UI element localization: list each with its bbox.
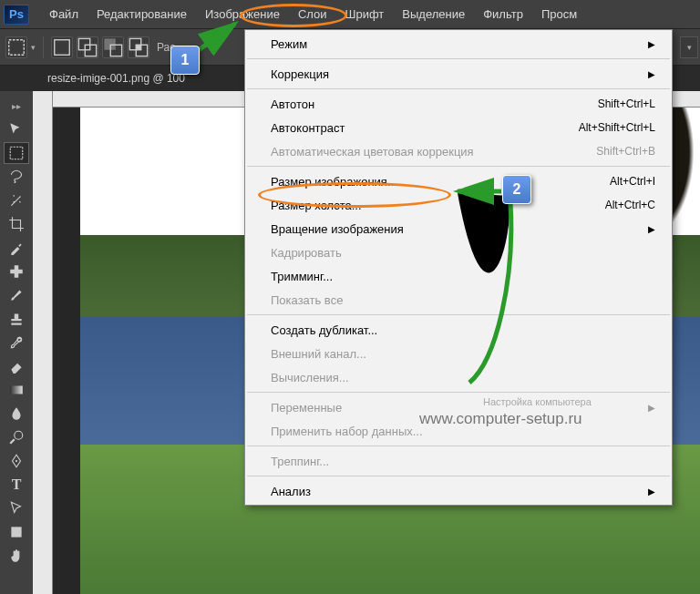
- svg-point-15: [15, 460, 17, 462]
- menu-type[interactable]: Шрифт: [336, 2, 394, 26]
- menu-image-size[interactable]: Размер изображения...Alt+Ctrl+I: [245, 169, 672, 193]
- blur-tool-icon[interactable]: [4, 403, 29, 425]
- svg-rect-9: [10, 147, 23, 159]
- menu-duplicate[interactable]: Создать дубликат...: [245, 318, 672, 342]
- svg-rect-11: [10, 270, 23, 274]
- eraser-tool-icon[interactable]: [4, 355, 29, 377]
- menu-auto-tone[interactable]: АвтотонShift+Ctrl+L: [245, 92, 672, 116]
- watermark-url: www.computer-setup.ru: [419, 410, 582, 428]
- menu-analysis[interactable]: Анализ▶: [245, 479, 672, 503]
- dodge-tool-icon[interactable]: [4, 426, 29, 448]
- app-logo: Ps: [4, 5, 29, 25]
- menu-select[interactable]: Выделение: [393, 2, 474, 26]
- menu-calculations: Вычисления...: [245, 365, 672, 389]
- menu-file[interactable]: Файл: [40, 2, 88, 26]
- gradient-tool-icon[interactable]: [4, 379, 29, 401]
- menu-layer[interactable]: Слои: [289, 2, 336, 26]
- menu-reveal-all: Показать все: [245, 288, 672, 312]
- ruler-vertical: [33, 91, 53, 594]
- callout-badge-2: 2: [502, 175, 531, 204]
- menu-auto-contrast[interactable]: АвтоконтрастAlt+Shift+Ctrl+L: [245, 116, 672, 139]
- menu-canvas-size[interactable]: Размер холста...Alt+Ctrl+C: [245, 193, 672, 217]
- heal-tool-icon[interactable]: [4, 261, 29, 282]
- shape-tool-icon[interactable]: [4, 521, 29, 543]
- menu-view[interactable]: Просм: [532, 2, 586, 26]
- brush-tool-icon[interactable]: [4, 284, 29, 306]
- pen-tool-icon[interactable]: [4, 450, 29, 472]
- watermark-small: Настройка компьютера: [483, 396, 592, 407]
- menu-trap: Треппинг...: [245, 449, 672, 473]
- expand-palette-icon[interactable]: ▸▸: [4, 95, 29, 117]
- selection-new-icon[interactable]: [51, 36, 73, 58]
- move-tool-icon[interactable]: [4, 118, 29, 140]
- tool-palette: ▸▸ T: [0, 91, 33, 594]
- menu-auto-color: Автоматическая цветовая коррекцияShift+C…: [245, 139, 672, 163]
- menu-edit[interactable]: Редактирование: [88, 2, 196, 26]
- svg-point-14: [15, 431, 23, 439]
- menu-adjustments[interactable]: Коррекция▶: [245, 62, 672, 86]
- selection-subtract-icon[interactable]: [102, 36, 124, 58]
- svg-rect-13: [10, 386, 23, 394]
- image-menu-dropdown: Режим▶ Коррекция▶ АвтотонShift+Ctrl+L Ав…: [244, 29, 673, 506]
- selection-intersect-icon[interactable]: [128, 36, 149, 58]
- wand-tool-icon[interactable]: [4, 189, 29, 211]
- stamp-tool-icon[interactable]: [4, 308, 29, 330]
- svg-rect-0: [9, 39, 25, 55]
- right-dropdown-icon[interactable]: ▾: [680, 36, 698, 58]
- callout-badge-1: 1: [170, 46, 200, 75]
- menu-crop: Кадрировать: [245, 241, 672, 264]
- eyedropper-tool-icon[interactable]: [4, 237, 29, 259]
- hand-tool-icon[interactable]: [4, 545, 29, 567]
- menubar: Ps Файл Редактирование Изображение Слои …: [0, 0, 700, 29]
- menu-mode[interactable]: Режим▶: [245, 32, 672, 56]
- selection-add-icon[interactable]: [77, 36, 98, 58]
- menu-image[interactable]: Изображение: [196, 2, 289, 26]
- menu-apply-image: Внешний канал...: [245, 342, 672, 365]
- svg-rect-16: [11, 527, 21, 537]
- menu-rotation[interactable]: Вращение изображения▶: [245, 217, 672, 241]
- path-select-tool-icon[interactable]: [4, 497, 29, 519]
- svg-rect-8: [136, 45, 141, 50]
- menu-filter[interactable]: Фильтр: [474, 2, 532, 26]
- type-tool-icon[interactable]: T: [4, 474, 29, 496]
- menu-trim[interactable]: Тримминг...: [245, 264, 672, 288]
- marquee-tool-icon[interactable]: [4, 142, 29, 164]
- svg-rect-1: [55, 39, 70, 55]
- lasso-tool-icon[interactable]: [4, 166, 29, 188]
- crop-tool-icon[interactable]: [4, 213, 29, 235]
- tool-icon[interactable]: [5, 36, 27, 58]
- history-brush-tool-icon[interactable]: [4, 332, 29, 353]
